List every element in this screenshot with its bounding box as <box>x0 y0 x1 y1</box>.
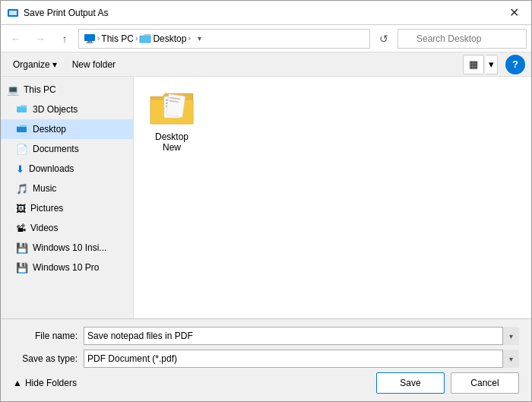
filename-input-wrapper: ▾ <box>84 327 519 345</box>
file-label-desktop-new: Desktop New <box>146 131 198 153</box>
sidebar-item-label-desktop: Desktop <box>33 124 66 135</box>
view-dropdown-icon: ▾ <box>489 59 494 70</box>
bottom-bar: File name: ▾ Save as type: ▾ ▲ Hide Fold… <box>1 318 531 401</box>
svg-rect-6 <box>17 107 27 112</box>
videos-icon: 📽 <box>16 223 26 234</box>
folder-icon-desktop-new <box>149 89 195 128</box>
svg-rect-13 <box>166 94 185 118</box>
path-desktop: Desktop <box>153 33 186 44</box>
toolbar: Organize ▾ New folder ▦ ▾ ? <box>1 52 531 77</box>
path-chevron-2: › <box>135 34 138 43</box>
path-chevron-3: › <box>188 34 190 43</box>
address-path[interactable]: › This PC › Desktop › ▾ <box>78 29 370 49</box>
filetype-input-wrapper: ▾ <box>84 350 519 368</box>
sidebar-item-music[interactable]: 🎵 Music <box>1 179 133 198</box>
forward-button[interactable]: → <box>30 28 51 49</box>
hide-folders-icon: ▲ <box>13 378 22 388</box>
sidebar-item-win10-insider[interactable]: 💾 Windows 10 Insi... <box>1 238 133 258</box>
path-folder-icon <box>139 33 151 44</box>
filetype-dropdown-button[interactable]: ▾ <box>502 350 519 368</box>
svg-rect-3 <box>87 41 92 43</box>
filename-row: File name: ▾ <box>13 327 519 345</box>
sidebar-item-label-this-pc: This PC <box>24 84 56 95</box>
svg-rect-1 <box>9 11 17 15</box>
svg-rect-4 <box>86 43 93 43</box>
search-input[interactable] <box>397 29 527 49</box>
address-bar: ← → ↑ › This PC › Desktop › ▾ ↺ 🔍 <box>1 25 531 52</box>
sidebar-item-label-pictures: Pictures <box>30 203 63 214</box>
save-button[interactable]: Save <box>376 372 445 394</box>
sidebar-item-label-3d-objects: 3D Objects <box>33 104 78 115</box>
filetype-row: Save as type: ▾ <box>13 350 519 368</box>
search-container: 🔍 <box>397 29 527 49</box>
new-folder-label: New folder <box>72 59 116 70</box>
svg-rect-5 <box>140 36 150 43</box>
3d-objects-icon <box>16 104 28 115</box>
win10-insider-icon: 💾 <box>16 242 28 254</box>
close-button[interactable]: ✕ <box>496 1 531 25</box>
this-pc-icon: 💻 <box>7 84 19 96</box>
sidebar-item-downloads[interactable]: ⬇ Downloads <box>1 159 133 179</box>
filename-input[interactable] <box>84 327 519 345</box>
music-icon: 🎵 <box>16 183 28 195</box>
cancel-button[interactable]: Cancel <box>451 372 519 394</box>
desktop-folder-icon <box>16 124 28 135</box>
downloads-icon: ⬇ <box>16 163 24 175</box>
sidebar-item-this-pc[interactable]: 💻 This PC <box>1 80 133 100</box>
title-bar-text: Save Print Output As <box>24 8 492 18</box>
refresh-button[interactable]: ↺ <box>373 28 394 49</box>
view-dropdown-button[interactable]: ▾ <box>486 55 498 74</box>
title-bar: Save Print Output As ✕ <box>1 1 531 25</box>
sidebar-item-videos[interactable]: 📽 Videos <box>1 218 133 238</box>
documents-icon: 📄 <box>16 144 28 155</box>
sidebar-item-label-music: Music <box>33 183 56 194</box>
path-this-pc: This PC <box>101 33 134 44</box>
sidebar-item-desktop[interactable]: Desktop <box>1 119 133 139</box>
button-row: ▲ Hide Folders Save Cancel <box>13 372 519 394</box>
path-dropdown-button[interactable]: ▾ <box>192 30 207 48</box>
organize-label: Organize <box>13 59 50 70</box>
pictures-icon: 🖼 <box>16 203 26 214</box>
sidebar-item-label-win10-insider: Windows 10 Insi... <box>33 242 106 253</box>
sidebar-item-3d-objects[interactable]: 3D Objects <box>1 100 133 119</box>
organize-dropdown-icon: ▾ <box>52 59 57 70</box>
up-button[interactable]: ↑ <box>54 28 75 49</box>
organize-button[interactable]: Organize ▾ <box>7 55 63 74</box>
file-browser: Desktop New <box>134 77 531 318</box>
save-dialog-window: Save Print Output As ✕ ← → ↑ › This PC ›… <box>0 0 532 402</box>
sidebar-item-label-downloads: Downloads <box>29 163 74 174</box>
back-button[interactable]: ← <box>5 28 27 49</box>
path-computer-icon <box>84 33 96 44</box>
sidebar-item-label-videos: Videos <box>30 223 58 233</box>
filename-dropdown-button[interactable]: ▾ <box>502 327 519 345</box>
svg-rect-2 <box>84 34 95 41</box>
hide-folders-area: ▲ Hide Folders <box>13 378 370 388</box>
sidebar-item-pictures[interactable]: 🖼 Pictures <box>1 198 133 218</box>
hide-folders-label: Hide Folders <box>25 378 77 388</box>
title-bar-icon <box>7 7 19 19</box>
sidebar-item-label-win10-pro: Windows 10 Pro <box>33 262 99 273</box>
hide-folders-button[interactable]: ▲ Hide Folders <box>13 378 77 388</box>
filetype-label: Save as type: <box>13 353 78 364</box>
sidebar-item-documents[interactable]: 📄 Documents <box>1 139 133 159</box>
win10-pro-icon: 💾 <box>16 262 28 274</box>
filetype-input[interactable] <box>84 350 519 368</box>
view-icon: ▦ <box>469 59 478 70</box>
new-folder-button[interactable]: New folder <box>66 55 122 74</box>
sidebar-item-win10-pro[interactable]: 💾 Windows 10 Pro <box>1 258 133 277</box>
path-chevron-1: › <box>97 34 100 43</box>
sidebar-item-label-documents: Documents <box>33 144 79 154</box>
content-area: 💻 This PC 3D Objects Desktop 📄 Docum <box>1 77 531 318</box>
view-button[interactable]: ▦ <box>463 55 484 74</box>
toolbar-right: ▦ ▾ ? <box>463 55 525 74</box>
file-item-desktop-new[interactable]: Desktop New <box>141 84 202 157</box>
sidebar: 💻 This PC 3D Objects Desktop 📄 Docum <box>1 77 134 318</box>
help-button[interactable]: ? <box>505 55 525 74</box>
filename-label: File name: <box>13 331 78 341</box>
svg-rect-7 <box>17 127 27 132</box>
